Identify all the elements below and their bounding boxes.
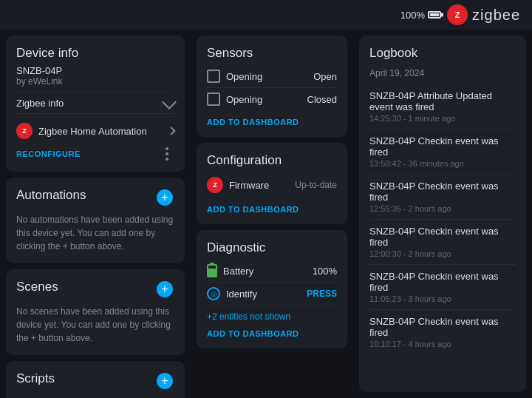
device-name: SNZB-04P (16, 65, 174, 76)
zigbee-logo-icon: Z (447, 4, 468, 25)
device-info-actions: RECONFIGURE (16, 146, 174, 161)
battery-fill (208, 269, 216, 276)
logbook-entry-time: 13:50:42 - 36 minutes ago (369, 159, 516, 168)
sensors-card: Sensors Opening Open Opening Closed (197, 36, 347, 137)
logbook-entry-time: 14:25:30 - 1 minute ago (369, 114, 516, 123)
logbook-entry: SNZB-04P Checkin event was fired 12:00:3… (369, 220, 516, 265)
logbook-entry-title: SNZB-04P Checkin event was fired (369, 226, 516, 248)
zha-row[interactable]: Z Zigbee Home Automation (16, 120, 174, 142)
sensors-title: Sensors (207, 46, 337, 61)
firmware-logo-icon: Z (207, 177, 223, 193)
zha-left: Z Zigbee Home Automation (16, 123, 147, 139)
battery-value: 100% (313, 266, 337, 277)
scripts-card: Scripts + No scripts have been added usi… (6, 361, 185, 398)
logbook-entry-title: SNZB-04P Checkin event was fired (369, 316, 516, 338)
battery-icon (428, 11, 441, 18)
topbar: 100% Z zigbee (0, 0, 532, 30)
automations-description: No automations have been added using thi… (16, 213, 174, 253)
logbook-entry: SNZB-04P Checkin event was fired 11:05:2… (369, 265, 516, 310)
logbook-entry: SNZB-04P Attribute Updated event was fir… (369, 84, 516, 129)
scripts-header: Scripts + (16, 371, 174, 391)
plus-circle-icon: + (157, 373, 173, 389)
zigbee-info-label: Zigbee info (16, 98, 64, 109)
identify-press-button[interactable]: PRESS (307, 289, 337, 299)
reconfigure-button[interactable]: RECONFIGURE (16, 149, 81, 158)
sensor-name: Opening (226, 71, 262, 82)
logbook-entry: SNZB-04P Checkin event was fired 12:55:3… (369, 175, 516, 220)
diag-left: Battery (207, 264, 253, 277)
sensor-square-icon (207, 70, 220, 83)
scenes-title: Scenes (16, 280, 58, 294)
battery-diag-icon (207, 264, 217, 277)
scenes-header: Scenes + (16, 280, 174, 299)
logbook-entry-time: 12:55:36 - 2 hours ago (369, 204, 516, 213)
add-script-button[interactable]: + (155, 371, 174, 391)
logbook-title: Logbook (369, 46, 516, 61)
diag-left: ◎ Identify (207, 287, 257, 300)
sensor-value: Open (313, 71, 337, 82)
identify-icon: ◎ (207, 287, 220, 300)
logbook-entry-title: SNZB-04P Checkin event was fired (369, 135, 516, 158)
sensor-left: Opening (207, 92, 262, 106)
battery-indicator: 100% (400, 10, 441, 21)
battery-label: Battery (223, 266, 253, 277)
dot-icon (166, 152, 168, 155)
sensor-row: Opening Open (207, 65, 337, 88)
sensors-add-dashboard-button[interactable]: ADD TO DASHBOARD (207, 118, 299, 127)
sensor-list: Opening Open Opening Closed (207, 65, 337, 110)
dot-icon (166, 158, 168, 161)
zigbee-brand-label: zigbee (472, 7, 520, 24)
add-automation-button[interactable]: + (155, 188, 174, 207)
firmware-row: Z Firmware Up-to-date (207, 172, 337, 198)
more-options-button[interactable] (160, 146, 174, 161)
configuration-add-dashboard-button[interactable]: ADD TO DASHBOARD (207, 205, 299, 214)
diagnostic-card: Diagnostic Battery 100% ◎ Identify PRESS… (197, 230, 347, 348)
right-column: Logbook April 19, 2024 SNZB-04P Attribut… (353, 30, 532, 398)
automations-title: Automations (16, 188, 86, 203)
plus-circle-icon: + (157, 281, 173, 297)
logbook-card: Logbook April 19, 2024 SNZB-04P Attribut… (359, 36, 526, 392)
logbook-entry-time: 11:05:23 - 3 hours ago (369, 294, 516, 303)
device-info-card: Device info SNZB-04P by eWeLink Zigbee i… (6, 36, 185, 172)
logbook-entry-title: SNZB-04P Attribute Updated event was fir… (369, 90, 516, 112)
chevron-right-icon (167, 127, 175, 135)
configuration-title: Configuration (207, 153, 337, 168)
logbook-entry-title: SNZB-04P Checkin event was fired (369, 271, 516, 293)
diagnostic-add-dashboard-button[interactable]: ADD TO DASHBOARD (207, 329, 299, 338)
diagnostic-title: Diagnostic (207, 240, 337, 255)
battery-percent: 100% (400, 10, 425, 21)
zigbee-info-row[interactable]: Zigbee info (16, 92, 174, 114)
firmware-name: Firmware (229, 180, 269, 191)
logbook-date: April 19, 2024 (369, 68, 516, 78)
scripts-title: Scripts (16, 371, 55, 386)
automations-card: Automations + No automations have been a… (6, 178, 185, 263)
zha-name: Zigbee Home Automation (38, 126, 147, 137)
device-vendor: by eWeLink (16, 76, 174, 87)
entities-not-shown[interactable]: +2 entities not shown (207, 311, 337, 322)
sensor-left: Opening (207, 70, 262, 83)
add-scene-button[interactable]: + (155, 280, 174, 299)
chevron-down-icon (162, 95, 177, 109)
identify-label: Identify (226, 289, 257, 300)
sensor-square-icon (207, 92, 220, 106)
zha-logo-icon: Z (16, 123, 33, 139)
middle-column: Sensors Opening Open Opening Closed (191, 30, 353, 398)
firmware-status: Up-to-date (295, 180, 337, 190)
plus-circle-icon: + (157, 189, 173, 206)
device-info-title: Device info (16, 46, 174, 61)
logbook-entry-title: SNZB-04P Checkin event was fired (369, 181, 516, 203)
battery-row: Battery 100% (207, 260, 337, 283)
sensor-row: Opening Closed (207, 88, 337, 110)
main-layout: Device info SNZB-04P by eWeLink Zigbee i… (0, 30, 532, 398)
logbook-entry: SNZB-04P Checkin event was fired 13:50:4… (369, 129, 516, 175)
sensor-name: Opening (226, 94, 262, 105)
logbook-entry-time: 12:00:30 - 2 hours ago (369, 249, 516, 258)
sensor-value: Closed (307, 94, 337, 105)
firmware-left: Z Firmware (207, 177, 269, 193)
logbook-entry: SNZB-04P Checkin event was fired 10:10:1… (369, 310, 516, 354)
logbook-entries: SNZB-04P Attribute Updated event was fir… (369, 84, 516, 382)
zigbee-brand: Z zigbee (447, 4, 520, 25)
configuration-card: Configuration Z Firmware Up-to-date ADD … (197, 143, 347, 224)
dot-icon (166, 147, 168, 150)
left-column: Device info SNZB-04P by eWeLink Zigbee i… (0, 30, 191, 398)
